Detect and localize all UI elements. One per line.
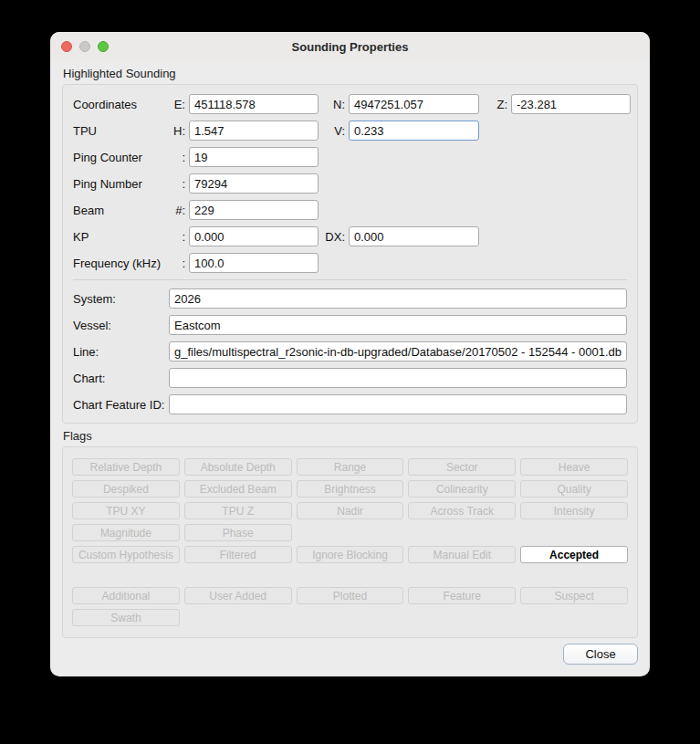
ping-number-prefix: :	[169, 177, 185, 191]
system-row: System:	[73, 288, 627, 309]
kp-row: KP : DX:	[73, 226, 627, 246]
flag-despiked[interactable]: Despiked	[72, 480, 180, 498]
flags-row-gap	[297, 524, 628, 541]
ping-number-input[interactable]	[189, 173, 319, 194]
frequency-prefix: :	[169, 257, 185, 270]
dialog-footer: Close	[62, 644, 638, 665]
easting-input[interactable]	[189, 94, 319, 114]
frequency-input[interactable]	[189, 253, 319, 273]
line-row: Line: g_files/multispectral_r2sonic-in-d…	[73, 341, 627, 362]
flag-phase[interactable]: Phase	[184, 524, 292, 541]
section-separator	[73, 279, 627, 280]
ping-counter-label: Ping Counter	[73, 151, 169, 164]
beam-input[interactable]	[189, 200, 319, 220]
tpu-v-input[interactable]	[349, 121, 479, 141]
frequency-row: Frequency (kHz) :	[73, 253, 627, 273]
system-label: System:	[73, 292, 169, 306]
beam-row: Beam #:	[73, 200, 627, 220]
dx-input[interactable]	[349, 226, 479, 246]
flag-absolute-depth[interactable]: Absolute Depth	[184, 458, 292, 476]
flag-additional[interactable]: Additional	[72, 587, 180, 604]
beam-prefix: #:	[169, 204, 185, 217]
close-window-button[interactable]	[61, 41, 72, 52]
window-title: Sounding Properties	[292, 40, 409, 54]
flag-tpu-xy[interactable]: TPU XY	[72, 502, 180, 519]
flag-heave[interactable]: Heave	[520, 458, 628, 476]
ping-counter-input[interactable]	[189, 147, 319, 167]
vessel-input[interactable]	[169, 315, 627, 335]
tpu-label: TPU	[73, 124, 169, 138]
flag-nadir[interactable]: Nadir	[297, 502, 404, 519]
close-button[interactable]: Close	[563, 644, 638, 665]
flag-relative-depth[interactable]: Relative Depth	[72, 458, 180, 476]
flag-across-track[interactable]: Across Track	[408, 502, 516, 519]
sounding-properties-dialog: Sounding Properties Highlighted Sounding…	[50, 32, 650, 676]
flag-plotted[interactable]: Plotted	[297, 587, 404, 604]
flag-range[interactable]: Range	[297, 458, 404, 476]
line-path-text: g_files/multispectral_r2sonic-in-db-upgr…	[174, 345, 622, 359]
flag-colinearity[interactable]: Colinearity	[408, 480, 516, 498]
chart-label: Chart:	[73, 372, 169, 385]
titlebar[interactable]: Sounding Properties	[50, 32, 650, 61]
flag-magnitude[interactable]: Magnitude	[72, 524, 180, 541]
tpu-v-prefix: V:	[319, 124, 345, 138]
minimize-window-button[interactable]	[79, 41, 90, 52]
zoom-window-button[interactable]	[98, 41, 109, 52]
highlighted-sounding-group-label: Highlighted Sounding	[63, 67, 638, 80]
flag-brightness[interactable]: Brightness	[297, 480, 404, 498]
flags-groupbox: Relative Depth Absolute Depth Range Sect…	[62, 446, 638, 638]
flag-sector[interactable]: Sector	[408, 458, 516, 476]
line-label: Line:	[73, 345, 169, 359]
flag-accepted[interactable]: Accepted	[520, 546, 628, 563]
tpu-h-prefix: H:	[169, 124, 185, 138]
flag-manual-edit[interactable]: Manual Edit	[408, 546, 516, 563]
traffic-lights	[61, 41, 109, 52]
dx-prefix: DX:	[319, 230, 345, 244]
flag-tpu-z[interactable]: TPU Z	[184, 502, 292, 519]
chart-input[interactable]	[169, 368, 627, 388]
flags-group-spacer	[72, 568, 628, 582]
beam-label: Beam	[73, 204, 169, 217]
flag-filtered[interactable]: Filtered	[184, 546, 292, 563]
coordinates-row: Coordinates E: N: Z:	[73, 94, 627, 114]
highlighted-sounding-groupbox: Coordinates E: N: Z: TPU H: V: Ping Coun…	[62, 84, 638, 424]
line-input[interactable]: g_files/multispectral_r2sonic-in-db-upgr…	[169, 341, 627, 362]
coordinates-label: Coordinates	[73, 98, 169, 111]
vessel-label: Vessel:	[73, 319, 169, 332]
chart-feature-id-input[interactable]	[169, 394, 627, 414]
chart-feature-id-label: Chart Feature ID:	[73, 398, 169, 412]
northing-prefix: N:	[319, 98, 345, 111]
frequency-label: Frequency (kHz)	[73, 257, 169, 270]
kp-label: KP	[73, 230, 169, 244]
kp-prefix: :	[169, 230, 185, 244]
z-prefix: Z:	[479, 98, 507, 111]
flag-ignore-blocking[interactable]: Ignore Blocking	[297, 546, 404, 563]
flag-intensity[interactable]: Intensity	[520, 502, 628, 519]
flag-quality[interactable]: Quality	[520, 480, 628, 498]
ping-counter-prefix: :	[169, 151, 185, 164]
flag-excluded-beam[interactable]: Excluded Beam	[184, 480, 292, 498]
vessel-row: Vessel:	[73, 315, 627, 335]
z-input[interactable]	[511, 94, 631, 114]
ping-counter-row: Ping Counter :	[73, 147, 627, 167]
system-input[interactable]	[169, 288, 627, 309]
flag-feature[interactable]: Feature	[408, 587, 516, 604]
ping-number-label: Ping Number	[73, 177, 169, 191]
easting-prefix: E:	[169, 98, 185, 111]
flags-group-label: Flags	[63, 429, 638, 443]
chart-feature-id-row: Chart Feature ID:	[73, 394, 627, 414]
ping-number-row: Ping Number :	[73, 173, 627, 194]
chart-row: Chart:	[73, 368, 627, 388]
flag-suspect[interactable]: Suspect	[520, 587, 628, 604]
flag-user-added[interactable]: User Added	[184, 587, 292, 604]
kp-input[interactable]	[189, 226, 319, 246]
tpu-row: TPU H: V:	[73, 121, 627, 141]
flag-swath[interactable]: Swath	[72, 609, 180, 626]
northing-input[interactable]	[349, 94, 479, 114]
flag-custom-hypothesis[interactable]: Custom Hypothesis	[72, 546, 180, 563]
tpu-h-input[interactable]	[189, 121, 319, 141]
